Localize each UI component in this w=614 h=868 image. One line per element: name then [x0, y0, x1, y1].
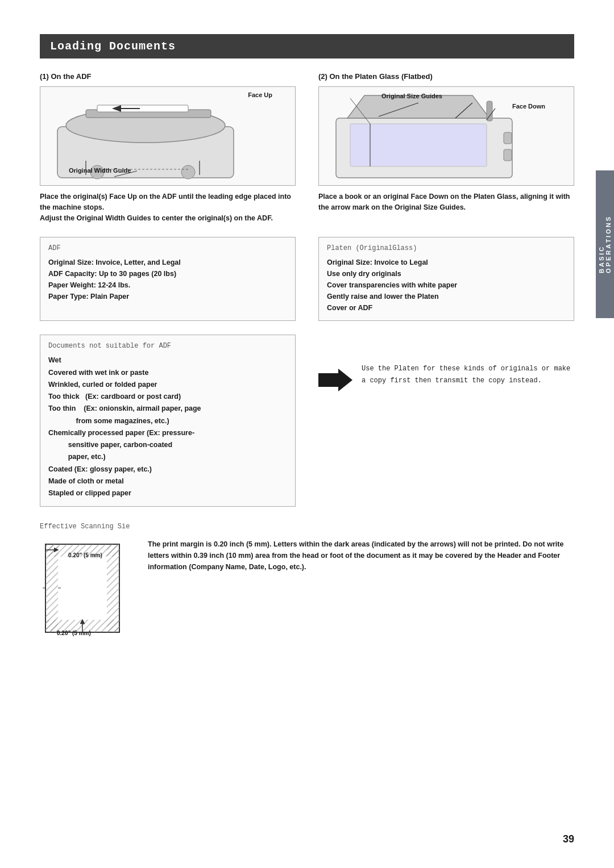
svg-rect-12: [350, 124, 487, 166]
not-suitable-box: Documents not suitable for ADF Wet Cover…: [40, 335, 296, 507]
effective-title: Effective Scanning Sie: [40, 523, 574, 531]
label-size-guides: Original Size Guides: [381, 93, 442, 99]
page-number: 39: [563, 833, 574, 845]
effective-section: Effective Scanning Sie: [40, 523, 574, 637]
not-suitable-section: Documents not suitable for ADF Wet Cover…: [40, 335, 574, 507]
svg-rect-29: [107, 544, 119, 632]
effective-row: 0.20" (5 mm) 0.20" (5 mm) The print marg…: [40, 539, 574, 637]
right-arrow-icon: [318, 369, 352, 391]
sidebar-tab: BASICOPERATIONS: [596, 170, 614, 318]
info-boxes-row: ADF Original Size: Invoice, Letter, and …: [40, 237, 574, 321]
flatbed-desc: Place a book or an original Face Down on…: [318, 191, 574, 213]
label-facedown: Face Down: [512, 103, 545, 110]
top-two-col: (1) On the ADF Face Up Original Width Gu…: [40, 72, 574, 223]
svg-rect-18: [504, 149, 512, 161]
platen-info-content: Original Size: Invoice to Legal Use only…: [327, 257, 566, 314]
not-suitable-title: Documents not suitable for ADF: [48, 342, 287, 350]
label-width-guide: Original Width Guide: [69, 167, 131, 174]
svg-rect-14: [487, 101, 492, 121]
flatbed-title: (2) On the Platen Glass (Flatbed): [318, 72, 574, 81]
platen-info-title: Platen (OriginalGlass): [327, 244, 566, 252]
page-container: BASICOPERATIONS 39 Loading Documents (1)…: [0, 0, 614, 868]
not-suitable-row: Documents not suitable for ADF Wet Cover…: [40, 335, 574, 507]
adf-diagram-box: Face Up Original Width Guide: [40, 86, 296, 186]
adf-title: (1) On the ADF: [40, 72, 296, 81]
section-header: Loading Documents: [40, 34, 574, 59]
platen-note-text: Use the Platen for these kinds of origin…: [362, 363, 574, 386]
flatbed-svg: [319, 87, 541, 186]
svg-rect-17: [504, 132, 512, 144]
not-suitable-content: Wet Covered with wet ink or paste Wrinkl…: [48, 354, 287, 499]
adf-info-box: ADF Original Size: Invoice, Letter, and …: [40, 237, 296, 321]
sidebar-tab-text: BASICOPERATIONS: [598, 215, 612, 273]
svg-marker-22: [318, 369, 352, 391]
flatbed-section: (2) On the Platen Glass (Flatbed) Origin…: [318, 72, 574, 223]
scanning-desc: The print margin is 0.20 inch (5 mm). Le…: [148, 539, 574, 573]
svg-rect-30: [58, 557, 107, 620]
adf-desc: Place the original(s) Face Up on the ADF…: [40, 191, 296, 223]
dim2-label: 0.20" (5 mm): [57, 628, 131, 637]
platen-info-box: Platen (OriginalGlass) Original Size: In…: [318, 237, 574, 321]
adf-info-title: ADF: [48, 244, 287, 252]
platen-note: Use the Platen for these kinds of origin…: [318, 335, 574, 391]
scanning-diagram: 0.20" (5 mm) 0.20" (5 mm): [40, 539, 131, 637]
adf-section: (1) On the ADF Face Up Original Width Gu…: [40, 72, 296, 223]
svg-rect-3: [97, 105, 188, 112]
flatbed-diagram-box: Original Size Guides Face Down: [318, 86, 574, 186]
adf-info-content: Original Size: Invoice, Letter, and Lega…: [48, 257, 287, 302]
svg-point-8: [181, 165, 195, 179]
label-faceup: Face Up: [248, 91, 272, 98]
svg-rect-28: [45, 544, 58, 632]
